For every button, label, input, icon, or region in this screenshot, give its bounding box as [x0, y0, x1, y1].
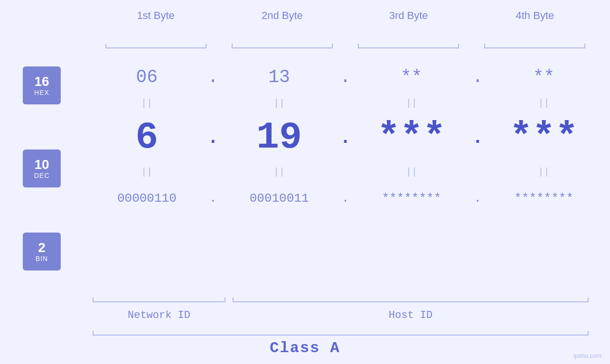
bin-dot-2: .: [334, 191, 357, 205]
network-bracket-line: [93, 301, 225, 302]
bracket-line-2: [232, 47, 333, 48]
attribution: ipshu.com: [573, 352, 601, 359]
hex-badge: 16 HEX: [23, 66, 61, 104]
eq2-c2: ||: [225, 167, 334, 177]
bin-row: 00000110 . 00010011 . ******** .: [93, 180, 598, 216]
dec-row: 6 . 19 . *** . ***: [93, 112, 598, 164]
byte2-header: 2nd Byte: [219, 9, 345, 22]
byte4-header: 4th Byte: [472, 9, 598, 22]
host-bracket-line: [233, 301, 589, 302]
bracket-cell-3: [346, 40, 472, 55]
network-id-label: Network ID: [93, 309, 225, 321]
dec-dot-1: .: [201, 127, 225, 149]
dec-dot-2: .: [334, 127, 357, 149]
hex-dot-2: .: [334, 67, 357, 87]
hex-val-2: 13: [225, 67, 334, 87]
bin-badge-num: 2: [38, 241, 46, 255]
bin-val-2: 00010011: [225, 191, 334, 205]
bin-dot-1: .: [201, 191, 225, 205]
dec-values: 6 . 19 . *** . ***: [93, 119, 598, 157]
bracket-line-1: [105, 47, 206, 48]
bracket-line-3: [358, 47, 459, 48]
dec-badge-label: DEC: [34, 172, 50, 179]
eq2-c4: ||: [489, 167, 598, 177]
hex-val-3: **: [357, 67, 466, 87]
dec-val-3: ***: [357, 119, 466, 157]
eq1-c1: ||: [93, 98, 201, 109]
bin-badge-label: BIN: [36, 255, 48, 262]
equals-row-2: || || || ||: [93, 164, 598, 180]
bin-values: 00000110 . 00010011 . ******** .: [93, 191, 598, 205]
bracket-cell-4: [472, 40, 598, 55]
eq1-c4: ||: [489, 98, 598, 109]
bracket-cell-2: [219, 40, 345, 55]
byte1-header: 1st Byte: [93, 9, 219, 22]
main-container: 1st Byte 2nd Byte 3rd Byte 4th Byte 16 H…: [0, 0, 610, 364]
equals-row-1: || || || ||: [93, 95, 598, 112]
dec-val-1: 6: [93, 119, 201, 157]
class-bracket-line: [93, 335, 589, 336]
hex-val-1: 06: [93, 67, 201, 87]
hex-badge-num: 16: [34, 75, 49, 89]
dec-dot-3: .: [466, 127, 489, 149]
byte3-header: 3rd Byte: [346, 9, 472, 22]
top-brackets: [93, 40, 598, 55]
dec-badge: 10 DEC: [23, 149, 61, 187]
base-labels: 16 HEX 10 DEC 2 BIN: [23, 66, 61, 271]
dec-val-2: 19: [225, 119, 334, 157]
bin-dot-3: .: [466, 191, 489, 205]
bin-val-1: 00000110: [93, 191, 201, 205]
host-id-label: Host ID: [233, 309, 589, 321]
byte-headers: 1st Byte 2nd Byte 3rd Byte 4th Byte: [93, 9, 598, 22]
eq2-c3: ||: [357, 167, 466, 177]
bracket-line-4: [484, 47, 585, 48]
bin-val-3: ********: [357, 191, 466, 205]
hex-dot-1: .: [201, 67, 225, 87]
grid-area: 06 . 13 . ** . **: [93, 40, 598, 216]
equals-2: || || || ||: [93, 167, 598, 177]
hex-val-4: **: [489, 67, 598, 87]
hex-badge-label: HEX: [34, 89, 49, 96]
bracket-cell-1: [93, 40, 219, 55]
equals-1: || || || ||: [93, 98, 598, 109]
hex-dot-3: .: [466, 67, 489, 87]
bin-val-4: ********: [489, 191, 598, 205]
bin-badge: 2 BIN: [23, 233, 61, 271]
dec-badge-num: 10: [34, 158, 49, 172]
eq2-c1: ||: [93, 167, 201, 177]
class-label: Class A: [0, 339, 610, 357]
hex-values: 06 . 13 . ** . **: [93, 67, 598, 87]
hex-row: 06 . 13 . ** . **: [93, 59, 598, 95]
eq1-c3: ||: [357, 98, 466, 109]
eq1-c2: ||: [225, 98, 334, 109]
dec-val-4: ***: [489, 119, 598, 157]
